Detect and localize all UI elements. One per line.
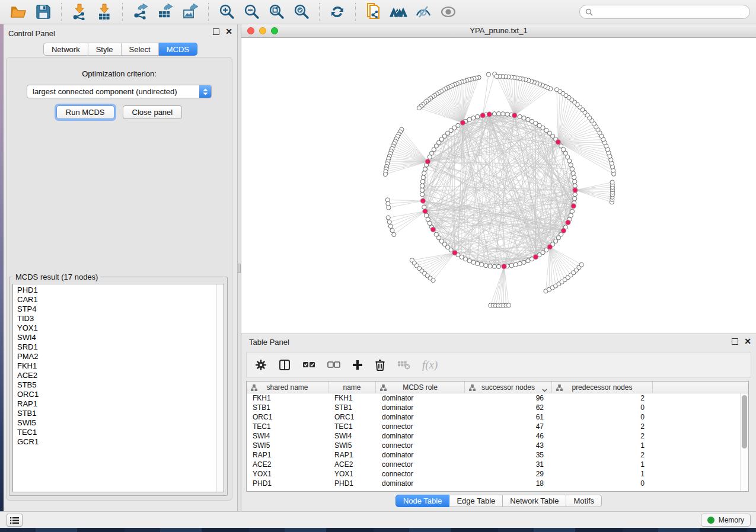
- graph-leaf-node[interactable]: [387, 220, 391, 224]
- graph-leaf-node[interactable]: [554, 88, 559, 92]
- splitter-grip[interactable]: [238, 264, 241, 273]
- graph-hub-node[interactable]: [460, 120, 465, 125]
- tab-select[interactable]: Select: [122, 43, 159, 56]
- delete-column-icon[interactable]: [375, 359, 385, 371]
- graph-node[interactable]: [488, 264, 492, 268]
- mcds-result-item[interactable]: ORC1: [17, 390, 216, 399]
- graph-node[interactable]: [569, 163, 573, 167]
- graph-node[interactable]: [434, 232, 438, 236]
- graph-node[interactable]: [573, 197, 577, 201]
- optimization-criterion-dropdown[interactable]: largest connected component (undirected): [27, 85, 212, 98]
- mcds-result-item[interactable]: STP4: [17, 305, 216, 314]
- mcds-result-item[interactable]: FKH1: [17, 361, 216, 371]
- select-all-rows-icon[interactable]: [302, 361, 315, 369]
- graph-node[interactable]: [420, 180, 425, 184]
- tab-network-table[interactable]: Network Table: [503, 495, 566, 507]
- window-maximize-icon[interactable]: [271, 27, 278, 34]
- mcds-result-item[interactable]: CAR1: [17, 295, 216, 305]
- graph-hub-node[interactable]: [420, 198, 425, 203]
- window-minimize-icon[interactable]: [259, 27, 266, 34]
- graph-node[interactable]: [496, 111, 500, 116]
- deselect-all-rows-icon[interactable]: [327, 361, 340, 369]
- graph-leaf-node[interactable]: [392, 232, 396, 236]
- import-network-icon[interactable]: [69, 2, 90, 22]
- mcds-result-item[interactable]: YOX1: [17, 323, 216, 333]
- graph-node[interactable]: [423, 167, 427, 171]
- graph-node[interactable]: [467, 117, 471, 121]
- graph-hub-node[interactable]: [561, 228, 566, 233]
- network-window-titlebar[interactable]: YPA_prune.txt_1: [241, 24, 756, 38]
- refresh-layout-icon[interactable]: [327, 2, 347, 22]
- table-row[interactable]: PHD1PHD1dominator180: [247, 479, 740, 488]
- mcds-result-item[interactable]: ACE2: [17, 371, 216, 380]
- table-row[interactable]: ORC1ORC1dominator610: [247, 412, 740, 422]
- mcds-result-item[interactable]: PHD1: [17, 286, 216, 295]
- graph-leaf-node[interactable]: [387, 206, 391, 210]
- table-row[interactable]: SWI5SWI5connector431: [247, 441, 740, 450]
- graph-node[interactable]: [501, 112, 505, 116]
- mcds-result-item[interactable]: SWI4: [17, 333, 216, 342]
- graph-leaf-node[interactable]: [431, 278, 435, 283]
- graph-hub-node[interactable]: [571, 204, 576, 209]
- graph-leaf-node[interactable]: [390, 228, 394, 232]
- graph-leaf-node[interactable]: [386, 201, 390, 206]
- mcds-result-list[interactable]: PHD1CAR1STP4TID3YOX1SWI4SRD1PMA2FKH1ACE2…: [12, 284, 224, 492]
- graph-hub-node[interactable]: [425, 159, 430, 164]
- save-session-icon[interactable]: [33, 2, 53, 22]
- table-row[interactable]: YOX1YOX1connector291: [247, 469, 740, 479]
- run-mcds-button[interactable]: Run MCDS: [56, 105, 114, 119]
- zoom-out-icon[interactable]: [241, 2, 261, 22]
- graph-node[interactable]: [456, 123, 460, 127]
- graph-leaf-node[interactable]: [579, 262, 583, 267]
- graph-node[interactable]: [471, 260, 476, 264]
- graph-node[interactable]: [522, 116, 526, 120]
- graph-node[interactable]: [518, 114, 522, 118]
- graph-hub-node[interactable]: [502, 264, 506, 269]
- table-scrollbar-track[interactable]: [740, 393, 748, 491]
- add-column-icon[interactable]: [352, 360, 363, 370]
- float-panel-icon[interactable]: [213, 28, 219, 35]
- graph-node[interactable]: [509, 264, 513, 268]
- tab-mcds[interactable]: MCDS: [159, 43, 197, 56]
- graph-node[interactable]: [480, 262, 484, 267]
- list-scrollbar-track[interactable]: [216, 284, 224, 492]
- graph-node[interactable]: [471, 116, 476, 120]
- tab-network[interactable]: Network: [43, 43, 88, 56]
- close-table-panel-icon[interactable]: ✕: [744, 338, 751, 345]
- export-network-icon[interactable]: [130, 2, 151, 22]
- show-all-icon[interactable]: [438, 2, 458, 22]
- table-row[interactable]: RAP1RAP1dominator352: [247, 450, 740, 460]
- mcds-result-item[interactable]: GCR1: [17, 437, 216, 447]
- graph-node[interactable]: [505, 112, 509, 116]
- memory-button[interactable]: Memory: [701, 514, 751, 527]
- graph-node[interactable]: [569, 213, 573, 217]
- table-row[interactable]: SWI4SWI4dominator462: [247, 431, 740, 441]
- open-file-icon[interactable]: [8, 2, 28, 22]
- graph-node[interactable]: [526, 117, 530, 121]
- graph-node[interactable]: [476, 261, 480, 265]
- table-row[interactable]: TEC1TEC1connector472: [247, 422, 740, 431]
- mcds-result-item[interactable]: PMA2: [17, 352, 216, 361]
- zoom-fit-icon[interactable]: [266, 2, 286, 22]
- graph-hub-node[interactable]: [556, 140, 560, 145]
- graph-node[interactable]: [513, 262, 518, 267]
- graph-node[interactable]: [573, 193, 577, 197]
- graph-node[interactable]: [467, 259, 471, 263]
- tab-edge-table[interactable]: Edge Table: [449, 495, 503, 507]
- graph-hub-node[interactable]: [487, 112, 492, 117]
- graph-node[interactable]: [420, 193, 425, 197]
- tab-motifs[interactable]: Motifs: [566, 495, 602, 507]
- graph-node[interactable]: [567, 159, 572, 163]
- graph-hub-node[interactable]: [452, 251, 457, 255]
- graph-node[interactable]: [570, 167, 574, 171]
- close-panel-button[interactable]: Close panel: [123, 105, 183, 119]
- graph-node[interactable]: [518, 261, 522, 265]
- graph-node[interactable]: [426, 217, 430, 222]
- column-header-shared-name[interactable]: shared name: [247, 382, 328, 393]
- column-header-MCDS-role[interactable]: MCDS role: [376, 382, 465, 393]
- float-table-panel-icon[interactable]: [732, 338, 738, 345]
- mcds-result-item[interactable]: SRD1: [17, 342, 216, 352]
- graph-leaf-node[interactable]: [610, 180, 614, 184]
- tab-style[interactable]: Style: [88, 43, 122, 56]
- graph-node[interactable]: [572, 175, 576, 180]
